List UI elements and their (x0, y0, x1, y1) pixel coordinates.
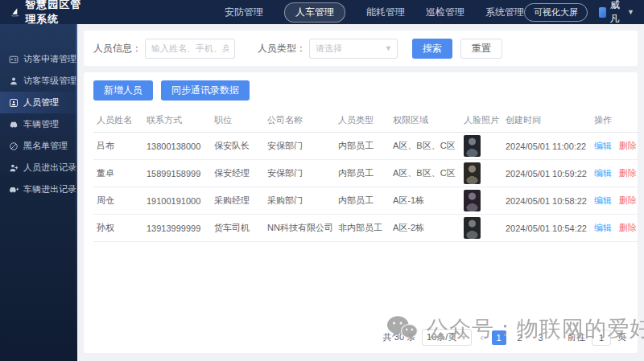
cell-company: 安保部门 (264, 160, 335, 187)
edit-link[interactable]: 编辑 (594, 195, 612, 205)
car-exit-icon (9, 185, 19, 195)
cell-area: A区-1栋 (390, 187, 460, 215)
table-card: 新增人员 同步通讯录数据 人员姓名 联系方式 职位 公司名称 人员类型 (84, 72, 638, 353)
person-type-label: 人员类型： (258, 42, 306, 55)
table-header-row: 人员姓名 联系方式 职位 公司名称 人员类型 权限区域 人脸照片 创建时间 操作 (93, 109, 639, 133)
nav-inspection[interactable]: 巡检管理 (426, 3, 464, 22)
person-exit-icon (9, 163, 19, 173)
cell-phone: 19100191000 (143, 187, 211, 215)
cell-created: 2024/05/01 11:00:22 (502, 133, 591, 160)
header-right: 可视化大屏 威凡 ▼ (524, 0, 634, 26)
sidebar-item-visitor-apply[interactable]: 访客申请管理 (0, 48, 77, 70)
sidebar-item-label: 访客申请管理 (23, 53, 76, 65)
prev-page-button[interactable]: ‹ (478, 331, 485, 343)
sidebar-item-blacklist[interactable]: 黑名单管理 (0, 135, 77, 157)
page-number-3[interactable]: 3 (534, 330, 548, 345)
nav-system[interactable]: 系统管理 (485, 3, 524, 22)
sidebar-item-person-records[interactable]: 人员进出记录 (0, 157, 77, 178)
car-icon (9, 120, 19, 129)
search-button[interactable]: 搜索 (412, 39, 452, 59)
table-toolbar: 新增人员 同步通讯录数据 (93, 80, 628, 101)
sidebar: 访客申请管理 访客等级管理 人员管理 车辆管理 (0, 24, 77, 361)
cell-created: 2024/05/01 10:54:22 (502, 215, 591, 242)
table-row: 孙权 13913999999 货车司机 NN科技有限公司 非内部员工 A区-2栋… (93, 215, 639, 242)
sync-contacts-button[interactable]: 同步通讯录数据 (161, 80, 250, 101)
sidebar-item-vehicle[interactable]: 车辆管理 (0, 113, 77, 135)
chevron-down-icon: ▼ (385, 44, 392, 52)
reset-button[interactable]: 重置 (460, 39, 502, 59)
delete-link[interactable]: 删除 (619, 195, 637, 205)
personnel-table: 人员姓名 联系方式 职位 公司名称 人员类型 权限区域 人脸照片 创建时间 操作… (93, 109, 639, 242)
main-content: 人员信息： 人员类型： 请选择 ▼ 搜索 重置 新增人员 同步通讯录数据 (77, 24, 644, 361)
delete-link[interactable]: 删除 (619, 223, 637, 232)
cell-area: A区-2栋 (390, 215, 460, 242)
cell-area: A区、B区、C区 (390, 160, 460, 187)
sidebar-item-label: 车辆管理 (23, 118, 59, 130)
user-menu[interactable]: 威凡 ▼ (599, 0, 634, 26)
cell-type: 非内部员工 (335, 215, 390, 242)
sidebar-item-label: 访客等级管理 (23, 75, 76, 87)
sidebar-item-label: 人员进出记录 (23, 162, 76, 174)
app-title: 智慧园区管理系统 (25, 0, 92, 27)
cell-phone: 13913999999 (143, 215, 211, 242)
face-photo (464, 217, 481, 239)
app-screen: 智慧园区管理系统 安防管理 人车管理 能耗管理 巡检管理 系统管理 可视化大屏 … (0, 0, 644, 361)
cell-created: 2024/05/01 10:59:22 (502, 160, 591, 187)
delete-link[interactable]: 删除 (619, 141, 637, 150)
sidebar-item-label: 黑名单管理 (23, 140, 68, 152)
nav-people-vehicle[interactable]: 人车管理 (284, 2, 345, 23)
cell-phone: 15899158999 (143, 160, 211, 187)
cell-position: 保安队长 (211, 133, 264, 160)
user-name: 威凡 (610, 0, 623, 26)
page-number-2[interactable]: 2 (513, 330, 527, 345)
sidebar-item-personnel[interactable]: 人员管理 (0, 92, 77, 113)
nav-energy[interactable]: 能耗管理 (366, 3, 405, 22)
cell-position: 货车司机 (211, 215, 264, 242)
cell-position: 采购经理 (211, 187, 264, 215)
sidebar-item-vehicle-records[interactable]: 车辆进出记录 (0, 178, 77, 200)
cell-company: 安保部门 (264, 133, 335, 160)
sail-logo-icon (10, 5, 20, 19)
person-type-select[interactable]: 请选择 ▼ (309, 39, 398, 59)
edit-link[interactable]: 编辑 (594, 223, 612, 232)
chevron-down-icon: ▼ (627, 8, 634, 16)
col-name: 人员姓名 (93, 109, 143, 133)
sidebar-item-label: 车辆进出记录 (23, 183, 76, 195)
col-actions: 操作 (591, 109, 639, 133)
top-nav: 安防管理 人车管理 能耗管理 巡检管理 系统管理 (225, 2, 524, 23)
visualization-screen-button[interactable]: 可视化大屏 (524, 3, 588, 22)
goto-suffix: 页 (617, 331, 626, 343)
cell-type: 内部员工 (335, 160, 390, 187)
page-number-1[interactable]: 1 (492, 330, 506, 345)
person-info-input[interactable] (145, 39, 235, 59)
pagination: 共 30 条 10条/页 ▼ ‹ 1 2 3 › 前往 页 (383, 329, 626, 346)
filter-bar: 人员信息： 人员类型： 请选择 ▼ 搜索 重置 (84, 31, 638, 66)
col-photo: 人脸照片 (460, 109, 502, 133)
delete-link[interactable]: 删除 (619, 168, 637, 178)
face-photo (464, 135, 481, 157)
goto-label: 前往 (568, 331, 585, 343)
cell-name: 孙权 (93, 215, 143, 242)
app-logo: 智慧园区管理系统 (10, 0, 92, 27)
chevron-down-icon: ▼ (460, 334, 467, 342)
sidebar-item-visitor-level[interactable]: 访客等级管理 (0, 70, 77, 92)
goto-page-input[interactable] (592, 330, 611, 346)
next-page-button[interactable]: › (555, 331, 561, 343)
top-header: 智慧园区管理系统 安防管理 人车管理 能耗管理 巡检管理 系统管理 可视化大屏 … (0, 0, 644, 24)
cell-company: 采购部门 (264, 187, 335, 215)
edit-link[interactable]: 编辑 (594, 141, 612, 150)
cell-area: A区、B区、C区 (390, 133, 460, 160)
cell-type: 内部员工 (335, 187, 390, 215)
per-page-select[interactable]: 10条/页 ▼ (422, 329, 472, 346)
nav-security[interactable]: 安防管理 (225, 3, 263, 22)
person-badge-icon (9, 98, 19, 108)
cell-phone: 13800138000 (143, 133, 211, 160)
add-person-button[interactable]: 新增人员 (93, 80, 153, 101)
table-row: 周仓 19100191000 采购经理 采购部门 内部员工 A区-1栋 2024… (93, 187, 639, 215)
person-type-placeholder: 请选择 (316, 43, 342, 55)
col-type: 人员类型 (335, 109, 390, 133)
edit-link[interactable]: 编辑 (594, 168, 612, 178)
col-area: 权限区域 (390, 109, 460, 133)
sidebar-item-label: 人员管理 (23, 96, 59, 109)
id-card-icon (9, 55, 19, 64)
